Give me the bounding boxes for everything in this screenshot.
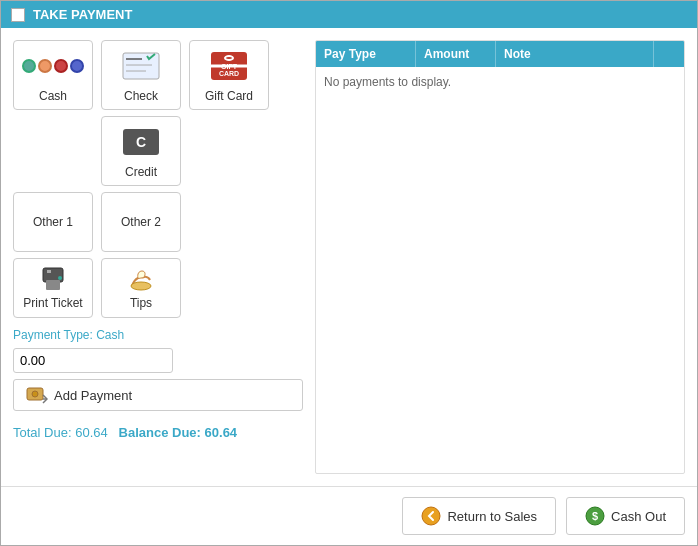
check-button-label: Check <box>124 89 158 103</box>
tips-button[interactable]: Tips <box>101 258 181 318</box>
amount-input[interactable] <box>13 348 173 373</box>
credit-letter: C <box>136 134 146 150</box>
col-paytype: Pay Type <box>316 41 416 67</box>
cash-out-label: Cash Out <box>611 509 666 524</box>
balance-due-value: 60.64 <box>205 425 238 440</box>
table-header: Pay Type Amount Note <box>316 41 684 67</box>
empty-message: No payments to display. <box>324 75 451 89</box>
col-note: Note <box>496 41 654 67</box>
giftcard-icon: GIFTCARD <box>211 52 247 80</box>
credit-icon-area: C <box>121 123 161 161</box>
svg-rect-6 <box>47 270 51 273</box>
coin2 <box>38 59 52 73</box>
total-due-label: Total Due: <box>13 425 72 440</box>
giftcard-button[interactable]: GIFTCARD Gift Card <box>189 40 269 110</box>
giftcard-icon-area: GIFTCARD <box>209 47 249 85</box>
check-icon <box>122 51 160 81</box>
payment-type-label: Payment Type: Cash <box>13 328 303 342</box>
title-bar: TAKE PAYMENT <box>1 1 697 28</box>
svg-rect-5 <box>46 280 60 290</box>
check-button[interactable]: Check <box>101 40 181 110</box>
add-payment-button[interactable]: Add Payment <box>13 379 303 411</box>
svg-text:$: $ <box>592 510 598 522</box>
return-icon <box>421 506 441 526</box>
payment-buttons-row2: C Credit <box>13 116 303 186</box>
check-icon-area <box>121 47 161 85</box>
left-panel: Cash Check <box>13 40 303 474</box>
print-ticket-button[interactable]: Print Ticket <box>13 258 93 318</box>
cash-out-button[interactable]: $ Cash Out <box>566 497 685 535</box>
credit-button-label: Credit <box>125 165 157 179</box>
main-content: Cash Check <box>1 28 697 486</box>
total-due-value: 60.64 <box>75 425 108 440</box>
svg-point-7 <box>58 276 62 280</box>
giftcard-bow <box>224 55 234 61</box>
svg-point-10 <box>32 391 38 397</box>
svg-point-8 <box>131 282 151 290</box>
payment-buttons-row3: Other 1 Other 2 <box>13 192 303 252</box>
col-action <box>654 41 684 67</box>
tips-icon <box>124 266 158 292</box>
take-payment-window: TAKE PAYMENT Cash <box>0 0 698 546</box>
coin4 <box>70 59 84 73</box>
other1-button[interactable]: Other 1 <box>13 192 93 252</box>
totals-line: Total Due: 60.64 Balance Due: 60.64 <box>13 425 303 440</box>
cash-button[interactable]: Cash <box>13 40 93 110</box>
col-amount: Amount <box>416 41 496 67</box>
credit-icon: C <box>123 129 159 155</box>
right-panel: Pay Type Amount Note No payments to disp… <box>315 40 685 474</box>
coin3 <box>54 59 68 73</box>
giftcard-button-label: Gift Card <box>205 89 253 103</box>
balance-due-label: Balance Due: <box>119 425 201 440</box>
printer-icon <box>38 266 68 292</box>
cash-icon <box>22 59 84 73</box>
table-body: No payments to display. <box>316 67 684 473</box>
window-title: TAKE PAYMENT <box>33 7 132 22</box>
return-to-sales-button[interactable]: Return to Sales <box>402 497 556 535</box>
action-buttons-row: Print Ticket Tips <box>13 258 303 318</box>
cash-icon-area <box>33 47 73 85</box>
other2-button[interactable]: Other 2 <box>101 192 181 252</box>
window-icon <box>11 8 25 22</box>
giftcard-text: GIFTCARD <box>219 63 239 77</box>
bottom-bar: Return to Sales $ Cash Out <box>1 486 697 545</box>
add-payment-icon <box>26 385 48 405</box>
return-to-sales-label: Return to Sales <box>447 509 537 524</box>
other1-label: Other 1 <box>33 215 73 229</box>
add-payment-label: Add Payment <box>54 388 132 403</box>
cashout-icon: $ <box>585 506 605 526</box>
svg-rect-0 <box>123 53 159 79</box>
credit-button[interactable]: C Credit <box>101 116 181 186</box>
payment-buttons-row1: Cash Check <box>13 40 303 110</box>
other2-label: Other 2 <box>121 215 161 229</box>
tips-label: Tips <box>130 296 152 310</box>
coin1 <box>22 59 36 73</box>
svg-point-12 <box>422 507 440 525</box>
print-ticket-label: Print Ticket <box>23 296 82 310</box>
cash-button-label: Cash <box>39 89 67 103</box>
